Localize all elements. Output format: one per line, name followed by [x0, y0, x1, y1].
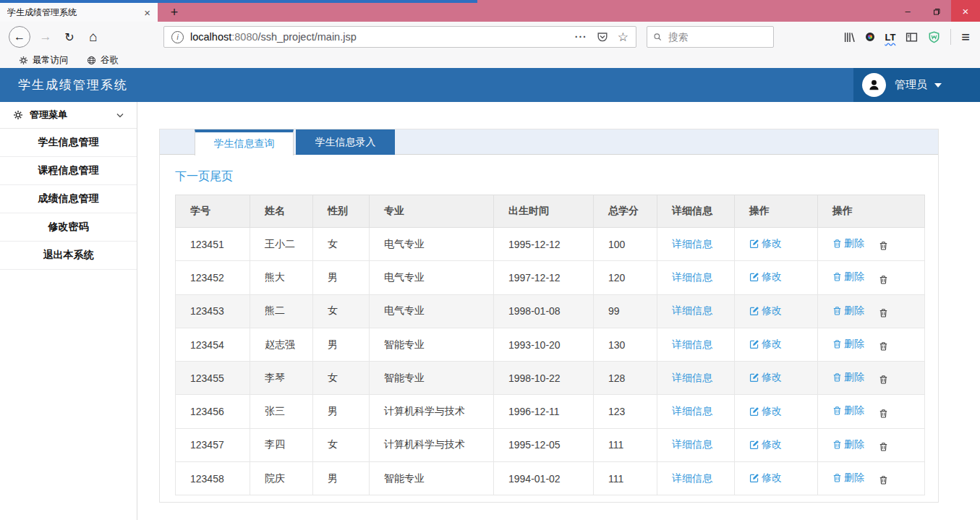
sidebar-item-student-info[interactable]: 学生信息管理: [0, 129, 137, 157]
edit-link[interactable]: 修改: [749, 304, 782, 317]
cell-name: 李琴: [250, 362, 313, 395]
detail-link[interactable]: 详细信息: [672, 304, 712, 317]
trash-icon-button[interactable]: [879, 475, 888, 485]
library-icon[interactable]: [843, 31, 856, 43]
cell-edit: 修改: [735, 462, 818, 495]
cell-major: 计算机科学与技术: [370, 395, 494, 428]
sidebar-item-grade-info[interactable]: 成绩信息管理: [0, 185, 137, 213]
delete-link[interactable]: 删除: [832, 404, 864, 417]
table-row: 123458 院庆 男 智能专业 1994-01-02 111 详细信息 修改 …: [176, 462, 925, 495]
edit-link[interactable]: 修改: [749, 338, 782, 351]
admin-dropdown[interactable]: 管理员: [853, 68, 980, 102]
cell-edit: 修改: [735, 428, 818, 461]
edit-link[interactable]: 修改: [749, 472, 782, 485]
cell-birth-date: 1994-01-02: [494, 462, 594, 495]
trash-icon-button[interactable]: [879, 442, 888, 452]
trash-icon: [832, 440, 842, 450]
languagetool-icon[interactable]: LT: [885, 32, 895, 43]
close-button[interactable]: ×: [951, 0, 980, 22]
pocket-icon[interactable]: [597, 31, 608, 43]
bookmark-star-icon[interactable]: ☆: [618, 30, 629, 45]
pagination-last-link[interactable]: 尾页: [210, 170, 233, 182]
cell-name: 熊大: [250, 261, 313, 294]
delete-link[interactable]: 删除: [832, 304, 864, 317]
cell-total-credits: 123: [594, 395, 657, 428]
menu-icon[interactable]: ≡: [961, 29, 970, 46]
detail-link[interactable]: 详细信息: [672, 271, 712, 284]
reload-button[interactable]: ↻: [61, 30, 78, 44]
sidebar: 管理菜单 学生信息管理 课程信息管理 成绩信息管理 修改密码 退出本系统: [0, 102, 137, 520]
detail-link[interactable]: 详细信息: [672, 405, 712, 418]
page-actions-icon[interactable]: ···: [575, 31, 587, 43]
trash-icon-button[interactable]: [879, 409, 888, 419]
browser-tab[interactable]: 学生成绩管理系统 ×: [0, 3, 158, 22]
sidebar-menu-header[interactable]: 管理菜单: [0, 102, 137, 129]
trash-icon-button[interactable]: [879, 275, 888, 285]
site-info-icon[interactable]: i: [171, 31, 184, 43]
detail-link[interactable]: 详细信息: [672, 238, 712, 251]
browser-tab-title: 学生成绩管理系统: [7, 7, 142, 19]
trash-icon-button[interactable]: [879, 375, 888, 385]
edit-link[interactable]: 修改: [749, 270, 782, 284]
search-input[interactable]: [667, 31, 767, 43]
sidebar-item-course-info[interactable]: 课程信息管理: [0, 157, 137, 185]
cell-detail: 详细信息: [657, 228, 735, 261]
delete-link[interactable]: 删除: [832, 472, 864, 485]
firefox-window: 学生成绩管理系统 × + – × ← → ↻ ⌂ i localhost:808…: [0, 0, 980, 520]
color-wheel-icon[interactable]: [866, 33, 874, 41]
table-row: 123452 熊大 男 电气专业 1997-12-12 120 详细信息 修改 …: [176, 261, 925, 294]
tab-student-query[interactable]: 学生信息查询: [195, 129, 294, 155]
caret-down-icon: [934, 83, 942, 88]
cell-detail: 详细信息: [657, 428, 735, 461]
sidebar-toggle-icon[interactable]: [906, 31, 918, 43]
bookmark-most-visited[interactable]: 最常访问: [19, 54, 68, 67]
cell-major: 智能专业: [370, 328, 494, 361]
detail-link[interactable]: 详细信息: [672, 372, 712, 385]
delete-link[interactable]: 删除: [832, 438, 864, 451]
trash-icon-button[interactable]: [879, 308, 888, 318]
search-box[interactable]: [647, 26, 774, 48]
minimize-button[interactable]: –: [893, 0, 922, 22]
url-bar[interactable]: i localhost:8080/ssh_project/main.jsp ··…: [163, 26, 636, 48]
cell-total-credits: 111: [594, 462, 657, 495]
cell-student-id: 123456: [176, 395, 250, 428]
admin-label: 管理员: [895, 78, 927, 92]
student-table-body: 123451 王小二 女 电气专业 1995-12-12 100 详细信息 修改…: [176, 228, 925, 495]
shield-extension-icon[interactable]: [928, 31, 940, 43]
delete-link[interactable]: 删除: [832, 270, 864, 284]
tab-close-icon[interactable]: ×: [142, 7, 152, 19]
col-action-edit: 操作: [735, 195, 818, 228]
trash-icon-button[interactable]: [879, 241, 888, 251]
trash-icon: [832, 372, 842, 383]
sidebar-item-change-password[interactable]: 修改密码: [0, 213, 137, 242]
edit-link[interactable]: 修改: [749, 405, 782, 418]
delete-link[interactable]: 删除: [832, 338, 864, 351]
restore-button[interactable]: [922, 0, 951, 22]
pagination-next-link[interactable]: 下一页: [175, 170, 210, 182]
cell-delete: 删除: [818, 428, 925, 461]
delete-link[interactable]: 删除: [832, 237, 864, 250]
bookmark-google[interactable]: 谷歌: [87, 54, 119, 67]
delete-link[interactable]: 删除: [832, 371, 864, 384]
cell-total-credits: 100: [594, 228, 657, 261]
home-button[interactable]: ⌂: [84, 29, 103, 45]
detail-link[interactable]: 详细信息: [672, 472, 712, 485]
edit-link[interactable]: 修改: [749, 237, 782, 250]
cell-gender: 女: [313, 362, 370, 395]
cell-student-id: 123454: [176, 328, 250, 361]
edit-link[interactable]: 修改: [749, 371, 782, 384]
tab-student-entry[interactable]: 学生信息录入: [296, 129, 395, 155]
sidebar-item-logout[interactable]: 退出本系统: [0, 242, 137, 270]
detail-link[interactable]: 详细信息: [672, 338, 712, 351]
trash-icon-button[interactable]: [879, 341, 888, 351]
detail-link[interactable]: 详细信息: [672, 438, 712, 451]
back-button[interactable]: ←: [9, 26, 30, 48]
cell-gender: 男: [313, 395, 370, 428]
cell-gender: 女: [313, 428, 370, 461]
edit-link[interactable]: 修改: [749, 438, 782, 451]
bookmarks-bar: 最常访问 谷歌: [0, 52, 980, 68]
new-tab-button[interactable]: +: [163, 3, 185, 22]
forward-button[interactable]: →: [38, 30, 54, 44]
cell-edit: 修改: [735, 395, 818, 428]
col-student-id: 学号: [176, 195, 250, 228]
